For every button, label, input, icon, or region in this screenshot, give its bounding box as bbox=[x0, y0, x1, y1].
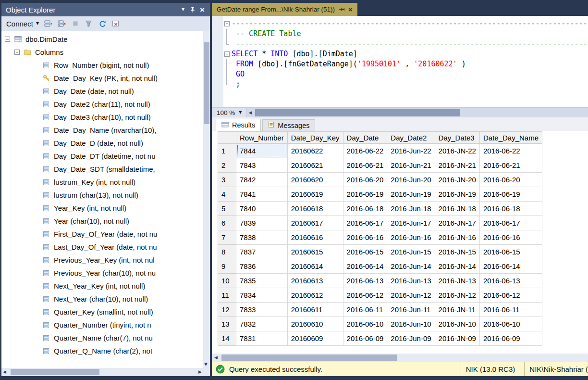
grid-cell[interactable]: 2016-Jun-15 bbox=[387, 245, 435, 259]
grid-cell[interactable]: 20160611 bbox=[287, 303, 343, 317]
grid-cell[interactable]: 2016-Jun-13 bbox=[387, 274, 435, 288]
tab-results[interactable]: Results bbox=[216, 119, 261, 131]
grid-cell[interactable]: 2016-06-18 bbox=[479, 202, 542, 216]
grid-cell[interactable]: 2016-JN-17 bbox=[435, 216, 479, 230]
pin-tab-icon[interactable] bbox=[339, 7, 345, 12]
grid-column-header[interactable]: Date_Day_Key bbox=[287, 132, 343, 144]
grid-cell[interactable]: 2016-Jun-10 bbox=[387, 317, 435, 331]
grid-cell[interactable]: 2016-06-20 bbox=[479, 173, 542, 187]
grid-cell[interactable]: 2016-06-22 bbox=[343, 144, 387, 158]
grid-cell[interactable]: 2016-JN-15 bbox=[435, 245, 479, 259]
tree-item[interactable]: Quarter_Q_Name (char(2), not bbox=[1, 344, 203, 357]
tree-item[interactable]: Day_Date_SDT (smalldatetime, bbox=[1, 163, 203, 176]
grid-column-header[interactable]: Day_Date3 bbox=[435, 132, 479, 144]
grid-cell[interactable]: 2016-06-12 bbox=[479, 288, 542, 303]
grid-cell[interactable]: 2016-JN-16 bbox=[435, 230, 479, 245]
grid-cell[interactable]: 2016-06-15 bbox=[343, 245, 387, 259]
grid-cell[interactable]: 20160618 bbox=[287, 202, 343, 216]
grid-cell[interactable]: 2016-06-17 bbox=[479, 216, 542, 230]
grid-cell[interactable]: 2016-06-19 bbox=[479, 187, 542, 202]
grid-cell[interactable]: 2016-06-19 bbox=[343, 187, 387, 202]
grid-cell[interactable]: 2016-06-20 bbox=[343, 173, 387, 187]
grid-cell[interactable]: 2016-Jun-21 bbox=[387, 158, 435, 173]
grid-cell[interactable]: 2016-Jun-19 bbox=[387, 187, 435, 202]
document-tab[interactable]: GetDate range From...\Nik-Shahriar (51))… bbox=[212, 3, 357, 16]
grid-cell[interactable]: 7841 bbox=[236, 187, 288, 202]
grid-cell[interactable]: 7834 bbox=[236, 288, 288, 303]
scroll-left-arrow-icon[interactable]: ◀ bbox=[3, 368, 6, 375]
grid-corner-cell[interactable] bbox=[218, 132, 236, 144]
sql-editor[interactable]: ----------------------------------------… bbox=[212, 16, 588, 107]
tree-item[interactable]: Quarter_Name (char(7), not nu bbox=[1, 331, 203, 344]
grid-cell[interactable]: 2016-06-09 bbox=[343, 331, 387, 346]
tree-item[interactable]: dbo.DimDate bbox=[1, 33, 203, 46]
object-explorer-vertical-scrollbar[interactable]: ▼ bbox=[203, 31, 210, 368]
grid-cell[interactable]: 7833 bbox=[236, 303, 288, 317]
grid-cell[interactable]: 20160622 bbox=[287, 144, 343, 158]
grid-column-header[interactable]: Row_Number bbox=[236, 132, 288, 144]
grid-cell[interactable]: 20160610 bbox=[287, 317, 343, 331]
grid-row-header[interactable]: 4 bbox=[218, 187, 236, 202]
tree-item[interactable]: Next_Year (char(10), not null) bbox=[1, 292, 203, 305]
grid-cell[interactable]: 2016-06-10 bbox=[479, 317, 542, 331]
grid-cell[interactable]: 7836 bbox=[236, 259, 288, 274]
grid-cell[interactable]: 2016-06-15 bbox=[479, 245, 542, 259]
scrollbar-thumb[interactable] bbox=[11, 369, 99, 375]
grid-cell[interactable]: 2016-Jun-22 bbox=[387, 144, 435, 158]
tab-messages[interactable]: Messages bbox=[262, 119, 315, 131]
refresh-icon[interactable] bbox=[97, 18, 108, 29]
grid-cell[interactable]: 2016-06-21 bbox=[343, 158, 387, 173]
grid-cell[interactable]: 2016-JN-22 bbox=[435, 144, 479, 158]
grid-cell[interactable]: 20160619 bbox=[287, 187, 343, 202]
grid-row-header[interactable]: 12 bbox=[218, 303, 236, 317]
connect-server-icon[interactable] bbox=[43, 18, 54, 29]
grid-cell[interactable]: 7835 bbox=[236, 274, 288, 288]
grid-cell[interactable]: 2016-Jun-12 bbox=[387, 288, 435, 303]
tree-item[interactable]: First_Day_Of_Year (date, not nu bbox=[1, 228, 203, 241]
grid-column-header[interactable]: Day_Date2 bbox=[387, 132, 435, 144]
grid-cell[interactable]: 2016-JN-10 bbox=[435, 317, 479, 331]
grid-column-header[interactable]: Day_Date bbox=[343, 132, 387, 144]
grid-cell[interactable]: 20160609 bbox=[287, 331, 343, 346]
grid-cell[interactable]: 2016-JN-19 bbox=[435, 187, 479, 202]
object-explorer-horizontal-scrollbar[interactable]: ◀ ▶ bbox=[1, 368, 210, 376]
tree-item[interactable]: Next_Year_Key (int, not null) bbox=[1, 279, 203, 292]
grid-cell[interactable]: 2016-JN-14 bbox=[435, 259, 479, 274]
grid-cell[interactable]: 2016-06-21 bbox=[479, 158, 542, 173]
grid-cell[interactable]: 2016-Jun-20 bbox=[387, 173, 435, 187]
fold-collapse-icon[interactable] bbox=[223, 19, 232, 29]
grid-row-header[interactable]: 11 bbox=[218, 288, 236, 303]
grid-cell[interactable]: 2016-Jun-17 bbox=[387, 216, 435, 230]
grid-cell[interactable]: 2016-JN-18 bbox=[435, 202, 479, 216]
grid-row-header[interactable]: 1 bbox=[218, 144, 236, 158]
tree-item[interactable]: Previous_Year_Key (int, not nul bbox=[1, 253, 203, 266]
scroll-left-arrow-icon[interactable]: ◀ bbox=[248, 109, 252, 116]
connect-button[interactable]: Connect ▼ bbox=[5, 19, 40, 29]
grid-cell[interactable]: 2016-JN-13 bbox=[435, 274, 479, 288]
grid-cell[interactable]: 2016-06-17 bbox=[343, 216, 387, 230]
grid-cell[interactable]: 20160620 bbox=[287, 173, 343, 187]
object-explorer-tree[interactable]: dbo.DimDateColumnsRow_Number (bigint, no… bbox=[1, 31, 203, 368]
grid-cell[interactable]: 2016-06-18 bbox=[343, 202, 387, 216]
grid-row-header[interactable]: 2 bbox=[218, 158, 236, 173]
grid-cell[interactable]: 7844 bbox=[236, 144, 288, 158]
tree-item[interactable]: Quarter_Number (tinyint, not n bbox=[1, 318, 203, 331]
tree-item[interactable]: Day_Date_DT (datetime, not nu bbox=[1, 150, 203, 163]
scroll-right-arrow-icon[interactable]: ▶ bbox=[198, 368, 202, 375]
grid-cell[interactable]: 7832 bbox=[236, 317, 288, 331]
tree-item[interactable]: Day_Date2 (char(11), not null) bbox=[1, 98, 203, 111]
grid-cell[interactable]: 2016-06-14 bbox=[343, 259, 387, 274]
tree-item[interactable]: Day_Date (date, not null) bbox=[1, 85, 203, 98]
grid-row-header[interactable]: 7 bbox=[218, 230, 236, 245]
grid-row-header[interactable]: 3 bbox=[218, 173, 236, 187]
tree-item[interactable]: Date_Day_Name (nvarchar(10), bbox=[1, 124, 203, 137]
tree-item[interactable]: Date_Day_Key (PK, int, not null) bbox=[1, 72, 203, 85]
scrollbar-thumb[interactable] bbox=[221, 355, 397, 361]
grid-cell[interactable]: 7838 bbox=[236, 230, 288, 245]
tree-item[interactable]: Year (char(10), not null) bbox=[1, 215, 203, 228]
close-tab-icon[interactable]: × bbox=[348, 6, 353, 13]
grid-cell[interactable]: 2016-Jun-09 bbox=[387, 331, 435, 346]
grid-cell[interactable]: 2016-06-12 bbox=[343, 288, 387, 303]
grid-row-header[interactable]: 8 bbox=[218, 245, 236, 259]
pin-button[interactable] bbox=[188, 5, 197, 14]
